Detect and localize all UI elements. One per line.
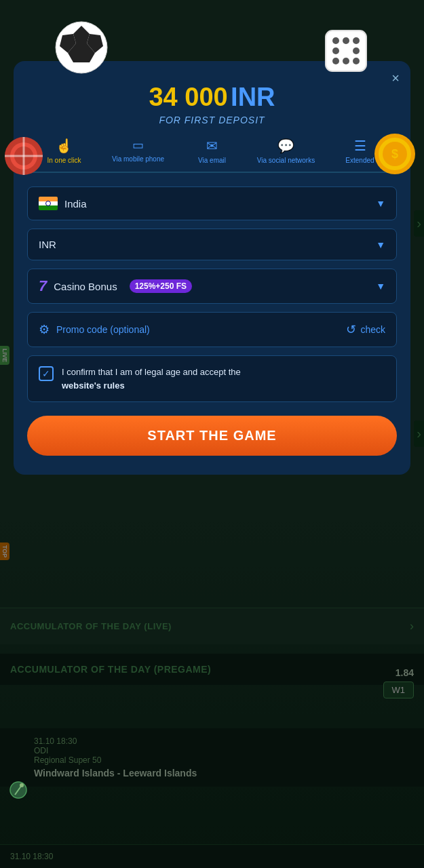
- chip-decoration: [3, 136, 44, 176]
- flag-mid: [39, 201, 58, 206]
- bonus-number: 34 000: [149, 83, 227, 111]
- tab-social[interactable]: 💬 Via social networks: [249, 138, 323, 165]
- casino-label: Casino Bonus: [54, 281, 117, 292]
- currency-field-left: INR: [39, 239, 56, 250]
- svg-point-13: [353, 58, 360, 64]
- promo-refresh-icon: ↺: [346, 322, 356, 337]
- terms-text: I confirm that I am of legal age and acc…: [62, 366, 241, 392]
- casino-field-left: 7 Casino Bonus 125%+250 FS: [39, 277, 192, 295]
- tab-mobile[interactable]: ▭ Via mobile phone: [101, 138, 175, 165]
- mobile-icon: ▭: [132, 138, 144, 153]
- india-flag: [39, 197, 58, 210]
- tab-email[interactable]: ✉ Via email: [175, 138, 249, 165]
- terms-checkbox-row[interactable]: ✓ I confirm that I am of legal age and a…: [27, 355, 397, 402]
- registration-tabs: ☝ In one click ▭ Via mobile phone ✉ Via …: [27, 138, 397, 173]
- cricket-icon: [8, 780, 28, 800]
- one-click-icon: ☝: [56, 138, 73, 154]
- promo-placeholder: Promo code (optional): [56, 324, 150, 335]
- tab-extended-label: Extended: [345, 157, 374, 165]
- terms-text-main: I confirm that I am of legal age and acc…: [62, 367, 241, 377]
- country-chevron: ▼: [376, 198, 385, 209]
- tab-email-label: Via email: [198, 157, 226, 165]
- svg-point-6: [332, 37, 339, 44]
- svg-point-9: [332, 47, 339, 54]
- start-game-button[interactable]: START THE GAME: [27, 416, 397, 456]
- promo-gear-icon: ⚙: [39, 322, 50, 337]
- bonus-badge: 125%+250 FS: [130, 279, 192, 293]
- social-icon: 💬: [277, 138, 294, 154]
- currency-label: INR: [39, 239, 56, 250]
- promo-code-field[interactable]: ⚙ Promo code (optional) ↺ check: [27, 312, 397, 347]
- svg-rect-5: [326, 31, 366, 71]
- promo-check-label: check: [360, 324, 385, 335]
- bonus-currency: INR: [231, 83, 275, 111]
- checkbox-check-icon: ✓: [42, 368, 50, 379]
- svg-point-11: [332, 58, 339, 64]
- svg-point-25: [20, 783, 24, 787]
- svg-point-12: [343, 58, 349, 64]
- ashoka-wheel: [45, 201, 51, 206]
- dice-decoration: [322, 27, 370, 75]
- country-dropdown[interactable]: India ▼: [27, 186, 397, 220]
- coin-decoration: $: [373, 132, 417, 176]
- bonus-amount-display: 34 000 INR: [27, 83, 397, 112]
- svg-point-7: [343, 37, 349, 44]
- promo-check-button[interactable]: ↺ check: [346, 322, 385, 337]
- currency-dropdown[interactable]: INR ▼: [27, 229, 397, 260]
- terms-text-bold: website's rules: [62, 380, 125, 391]
- country-label: India: [64, 198, 87, 210]
- country-field-left: India: [39, 197, 87, 210]
- close-button[interactable]: ×: [391, 71, 400, 86]
- svg-text:$: $: [391, 147, 398, 161]
- flag-bottom: [39, 205, 58, 210]
- svg-point-8: [353, 37, 360, 44]
- email-icon: ✉: [206, 138, 218, 154]
- casino-chevron: ▼: [376, 281, 385, 292]
- seven-icon: 7: [39, 277, 47, 295]
- svg-point-10: [353, 47, 360, 54]
- tab-mobile-label: Via mobile phone: [112, 155, 164, 163]
- tab-one-click-label: In one click: [47, 157, 81, 165]
- promo-left: ⚙ Promo code (optional): [39, 322, 150, 337]
- modal-dialog: × 34 000 INR FOR FIRST DEPOSIT ☝ In one …: [14, 61, 410, 475]
- extended-icon: ☰: [354, 138, 366, 154]
- bonus-subtitle: FOR FIRST DEPOSIT: [27, 115, 397, 125]
- casino-bonus-dropdown[interactable]: 7 Casino Bonus 125%+250 FS ▼: [27, 269, 397, 304]
- tab-social-label: Via social networks: [257, 157, 315, 165]
- currency-chevron: ▼: [376, 239, 385, 250]
- terms-checkbox[interactable]: ✓: [39, 366, 54, 381]
- soccer-ball-decoration: [54, 20, 109, 75]
